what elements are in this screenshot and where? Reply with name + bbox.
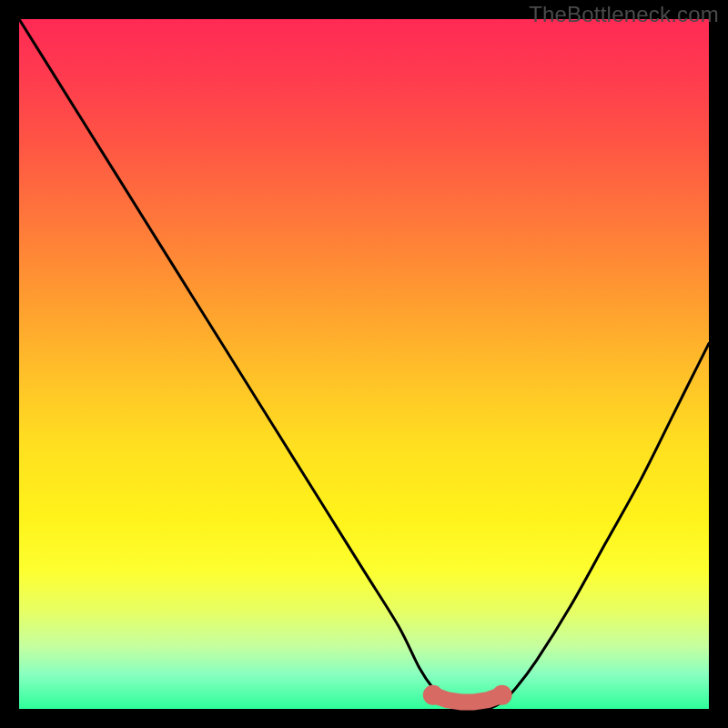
chart-svg [19, 19, 709, 709]
optimum-band [433, 695, 502, 703]
chart-frame: TheBottleneck.com [0, 0, 728, 728]
optimum-endpoint [423, 685, 443, 705]
bottleneck-curve [19, 19, 709, 710]
watermark-text: TheBottleneck.com [529, 2, 719, 27]
optimum-endpoint [492, 685, 512, 705]
optimum-markers [423, 685, 512, 705]
plot-area [19, 19, 709, 709]
